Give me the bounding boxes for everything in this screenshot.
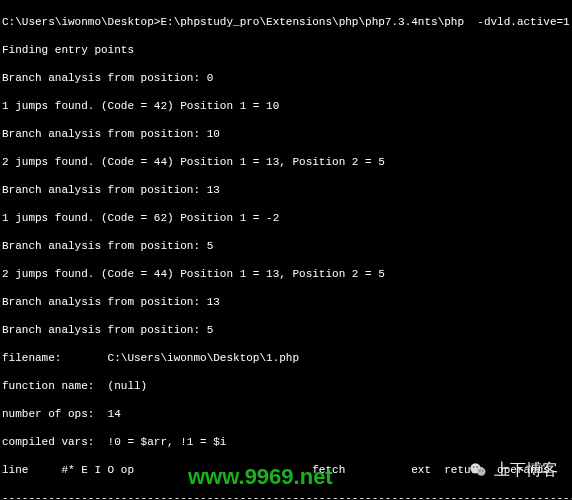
finding-line: Finding entry points: [2, 43, 570, 57]
jump-line: 2 jumps found. (Code = 44) Position 1 = …: [2, 155, 570, 169]
jump-line: 1 jumps found. (Code = 42) Position 1 = …: [2, 99, 570, 113]
column-header: line #* E I O op fetch ext return operan…: [2, 463, 570, 477]
branch-line: Branch analysis from position: 5: [2, 323, 570, 337]
branch-line: Branch analysis from position: 10: [2, 127, 570, 141]
numops-line: number of ops: 14: [2, 407, 570, 421]
branch-line: Branch analysis from position: 5: [2, 239, 570, 253]
command-line: C:\Users\iwonmo\Desktop>E:\phpstudy_pro\…: [2, 15, 570, 29]
branch-line: Branch analysis from position: 13: [2, 295, 570, 309]
branch-line: Branch analysis from position: 0: [2, 71, 570, 85]
filename-line: filename: C:\Users\iwonmo\Desktop\1.php: [2, 351, 570, 365]
funcname-line: function name: (null): [2, 379, 570, 393]
branch-line: Branch analysis from position: 13: [2, 183, 570, 197]
jump-line: 2 jumps found. (Code = 44) Position 1 = …: [2, 267, 570, 281]
terminal-output: C:\Users\iwonmo\Desktop>E:\phpstudy_pro\…: [0, 0, 572, 500]
jump-line: 1 jumps found. (Code = 62) Position 1 = …: [2, 211, 570, 225]
compiled-line: compiled vars: !0 = $arr, !1 = $i: [2, 435, 570, 449]
divider: ----------------------------------------…: [2, 491, 570, 500]
